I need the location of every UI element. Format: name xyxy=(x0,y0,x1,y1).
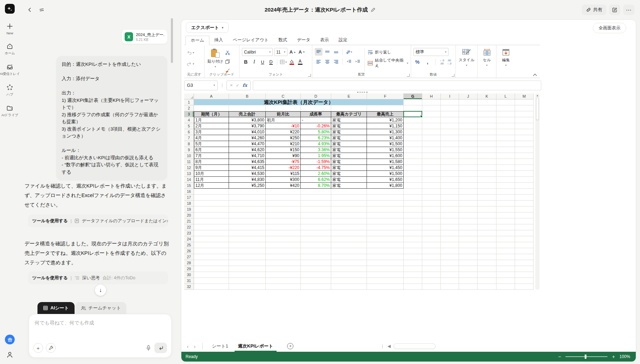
grid-cell[interactable] xyxy=(441,236,459,242)
number-format-select[interactable]: 標準▾ xyxy=(413,48,448,56)
grid-cell[interactable] xyxy=(301,212,331,218)
table-data-cell[interactable]: ¥420 xyxy=(266,183,301,189)
table-data-cell[interactable]: ¥4,830 xyxy=(229,177,266,183)
grid-cell[interactable] xyxy=(496,266,515,272)
grid-cell[interactable] xyxy=(331,230,367,236)
grid-cell[interactable] xyxy=(301,242,331,248)
row-header-1[interactable]: 1 xyxy=(184,99,194,105)
grid-cell[interactable] xyxy=(194,284,229,290)
column-header-J[interactable]: J xyxy=(459,93,478,99)
grid-cell[interactable] xyxy=(229,224,266,230)
table-data-cell[interactable]: 6.23% xyxy=(301,135,331,141)
grid-cell[interactable] xyxy=(422,224,441,230)
table-data-cell[interactable]: ¥3,800 xyxy=(229,117,266,123)
grid-cell[interactable] xyxy=(478,111,496,117)
column-header-C[interactable]: C xyxy=(266,93,301,99)
grid-cell[interactable] xyxy=(229,212,266,218)
mic-button[interactable] xyxy=(146,345,151,351)
grid-cell[interactable] xyxy=(459,284,478,290)
table-data-cell[interactable]: ¥1,600 xyxy=(367,153,404,159)
grid-cell[interactable] xyxy=(301,224,331,230)
grid-cell[interactable] xyxy=(515,129,534,135)
grid-cell[interactable] xyxy=(404,284,422,290)
table-data-cell[interactable]: - xyxy=(301,117,331,123)
grid-cell[interactable] xyxy=(459,117,478,123)
tab-team-chat[interactable]: チームチャット xyxy=(75,302,127,314)
grid-cell[interactable] xyxy=(478,242,496,248)
grid-cell[interactable] xyxy=(301,230,331,236)
table-header-cell[interactable]: 前月比 xyxy=(266,111,301,117)
grid-cell[interactable] xyxy=(496,254,515,260)
grid-cell[interactable] xyxy=(515,236,534,242)
grid-cell[interactable] xyxy=(229,248,266,254)
grid-cell[interactable] xyxy=(367,284,404,290)
ribbon-tab-ホーム[interactable]: ホーム xyxy=(186,36,209,45)
grid-cell[interactable] xyxy=(515,201,534,206)
tools-button[interactable] xyxy=(46,343,56,353)
grid-cell[interactable] xyxy=(404,153,422,159)
grid-cell[interactable] xyxy=(441,123,459,129)
grid-cell[interactable] xyxy=(301,254,331,260)
grid-cell[interactable] xyxy=(496,224,515,230)
grid-cell[interactable] xyxy=(496,189,515,195)
attached-file-card[interactable]: X 2024_売上デー... 5.21 KB xyxy=(122,30,167,44)
grid-cell[interactable] xyxy=(229,201,266,206)
grid-cell[interactable] xyxy=(478,99,496,105)
grid-cell[interactable] xyxy=(367,218,404,224)
grid-cell[interactable] xyxy=(301,278,331,284)
grid-cell[interactable] xyxy=(459,212,478,218)
back-button[interactable] xyxy=(25,5,35,15)
grid-cell[interactable] xyxy=(404,105,422,111)
grid-cell[interactable] xyxy=(441,135,459,141)
chat-scrollbar[interactable] xyxy=(171,18,173,63)
grid-cell[interactable] xyxy=(459,171,478,177)
grid-cell[interactable] xyxy=(515,105,534,111)
row-header-13[interactable]: 13 xyxy=(184,171,194,177)
redo-button[interactable]: ▾ xyxy=(187,60,194,68)
font-name-select[interactable]: Calibri▾ xyxy=(242,48,273,56)
grid-cell[interactable] xyxy=(367,278,404,284)
grid-cell[interactable] xyxy=(478,201,496,206)
table-data-cell[interactable]: ¥1,550 xyxy=(367,147,404,153)
fullscreen-button[interactable]: 全画面表示 xyxy=(593,23,627,33)
export-button[interactable]: エクスポート ▾ xyxy=(186,22,229,33)
table-data-cell[interactable]: 8.70% xyxy=(301,183,331,189)
table-data-cell[interactable]: 初月 xyxy=(266,117,301,123)
grid-cell[interactable] xyxy=(441,171,459,177)
grid-cell[interactable] xyxy=(496,141,515,147)
grid-cell[interactable] xyxy=(404,201,422,206)
table-data-cell[interactable]: ¥4,620 xyxy=(229,147,266,153)
grid-cell[interactable] xyxy=(478,177,496,183)
grid-cell[interactable] xyxy=(496,111,515,117)
font-size-select[interactable]: 11▾ xyxy=(274,48,287,56)
grid-cell[interactable] xyxy=(459,230,478,236)
table-data-cell[interactable]: 7月 xyxy=(194,153,229,159)
grid-cell[interactable] xyxy=(404,111,422,117)
ribbon-tab-数式[interactable]: 数式 xyxy=(273,35,292,45)
grid-cell[interactable] xyxy=(404,129,422,135)
column-header-E[interactable]: E xyxy=(331,93,367,99)
ribbon-tab-ページレイアウト[interactable]: ページレイアウト xyxy=(228,35,273,45)
grid-cell[interactable] xyxy=(422,278,441,284)
grid-cell[interactable] xyxy=(404,165,422,171)
ribbon-tab-挿入[interactable]: 挿入 xyxy=(209,35,228,45)
table-data-cell[interactable]: 3.36% xyxy=(301,147,331,153)
table-data-cell[interactable]: ¥220 xyxy=(266,129,301,135)
table-data-cell[interactable]: 家電 xyxy=(331,141,367,147)
grid-cell[interactable] xyxy=(441,117,459,123)
editing-button[interactable]: 編集 ▾ xyxy=(499,48,513,67)
grid-cell[interactable] xyxy=(459,135,478,141)
grid-cell[interactable] xyxy=(422,147,441,153)
grid-cell[interactable] xyxy=(266,189,301,195)
next-sheet-icon[interactable]: › xyxy=(191,343,198,349)
grid-cell[interactable] xyxy=(496,129,515,135)
grid-cell[interactable] xyxy=(441,218,459,224)
grid-cell[interactable] xyxy=(422,105,441,111)
table-data-cell[interactable]: ¥300 xyxy=(266,177,301,183)
add-attachment-button[interactable]: + xyxy=(33,343,43,353)
grid-cell[interactable] xyxy=(515,206,534,212)
table-data-cell[interactable]: 11月 xyxy=(194,177,229,183)
insert-function-icon[interactable]: fx xyxy=(243,83,247,88)
grid-cell[interactable] xyxy=(478,123,496,129)
sheet-tab-2[interactable]: 週次KPIレポート xyxy=(233,341,278,352)
